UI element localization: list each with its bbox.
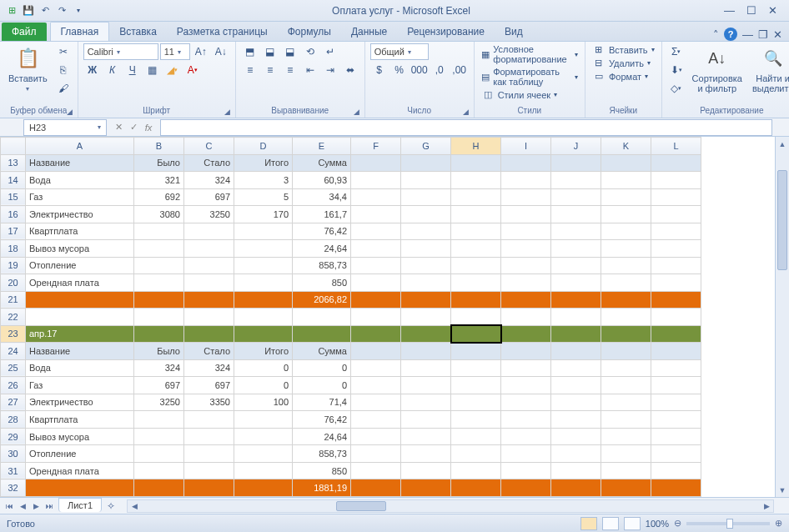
scroll-left-icon[interactable]: ◀ xyxy=(128,500,141,512)
cell-I17[interactable] xyxy=(501,223,551,240)
row-header-16[interactable]: 16 xyxy=(1,206,26,223)
increase-decimal-button[interactable]: ,0 xyxy=(430,62,449,78)
scroll-up-icon[interactable]: ▲ xyxy=(776,137,789,151)
align-right-button[interactable]: ≡ xyxy=(281,62,299,78)
col-header-J[interactable]: J xyxy=(551,138,601,155)
cell-A21[interactable] xyxy=(26,291,134,309)
currency-button[interactable]: $ xyxy=(370,62,389,78)
cell-G27[interactable] xyxy=(401,394,451,411)
cell-E28[interactable]: 76,42 xyxy=(293,411,351,429)
cell-E29[interactable]: 24,64 xyxy=(293,428,351,445)
row-header-19[interactable]: 19 xyxy=(1,257,26,274)
cell-K17[interactable] xyxy=(601,223,651,240)
row-header-28[interactable]: 28 xyxy=(1,411,26,429)
cell-styles-button[interactable]: ◫Стили ячеек▾ xyxy=(480,88,559,101)
cell-J27[interactable] xyxy=(551,394,601,411)
cell-J15[interactable] xyxy=(551,188,601,206)
cell-C13[interactable]: Стало xyxy=(184,154,234,172)
sort-filter-button[interactable]: A↓ Сортировка и фильтр xyxy=(689,43,746,95)
cell-K26[interactable] xyxy=(601,377,651,394)
find-select-button[interactable]: 🔍 Найти и выделить xyxy=(749,43,789,95)
cell-B30[interactable] xyxy=(134,445,184,463)
cell-F16[interactable] xyxy=(351,206,401,223)
cell-G23[interactable] xyxy=(401,325,451,343)
minimize-button[interactable]: — xyxy=(724,4,735,17)
col-header-C[interactable]: C xyxy=(184,138,234,155)
cell-C14[interactable]: 324 xyxy=(184,172,234,189)
ribbon-tab-6[interactable]: Вид xyxy=(495,23,533,41)
cell-J16[interactable] xyxy=(551,206,601,223)
cell-L27[interactable] xyxy=(651,394,701,411)
cell-L19[interactable] xyxy=(651,257,701,274)
cell-I18[interactable] xyxy=(501,240,551,258)
cell-D27[interactable]: 100 xyxy=(234,394,293,411)
cell-B21[interactable] xyxy=(134,291,184,309)
cell-L25[interactable] xyxy=(651,359,701,377)
cell-A23[interactable]: апр.17 xyxy=(26,325,134,343)
cell-H14[interactable] xyxy=(451,172,501,189)
cell-B13[interactable]: Было xyxy=(134,154,184,172)
cell-F32[interactable] xyxy=(351,479,401,497)
comma-button[interactable]: 000 xyxy=(410,62,429,78)
cell-D26[interactable]: 0 xyxy=(234,377,293,394)
cell-G24[interactable] xyxy=(401,343,451,360)
cell-K29[interactable] xyxy=(601,428,651,445)
cut-button[interactable]: ✂ xyxy=(54,43,73,60)
ribbon-tab-3[interactable]: Формулы xyxy=(278,23,341,41)
cell-L28[interactable] xyxy=(651,411,701,429)
vertical-scrollbar[interactable]: ▲ ▼ xyxy=(775,137,789,497)
conditional-formatting-button[interactable]: ▦Условное форматирование▾ xyxy=(480,43,580,65)
row-header-18[interactable]: 18 xyxy=(1,240,26,258)
cell-I28[interactable] xyxy=(501,411,551,429)
cell-J14[interactable] xyxy=(551,172,601,189)
cell-I23[interactable] xyxy=(501,325,551,343)
horizontal-scrollbar[interactable]: ◀ ▶ xyxy=(127,499,774,513)
cell-C27[interactable]: 3350 xyxy=(184,394,234,411)
cell-L32[interactable] xyxy=(651,479,701,497)
cell-H15[interactable] xyxy=(451,188,501,206)
cell-F30[interactable] xyxy=(351,445,401,463)
cell-A22[interactable] xyxy=(26,309,134,326)
cell-D28[interactable] xyxy=(234,411,293,429)
align-center-button[interactable]: ≡ xyxy=(261,62,279,78)
cell-G30[interactable] xyxy=(401,445,451,463)
sheet-nav-prev-icon[interactable]: ◀ xyxy=(17,502,28,510)
cell-D13[interactable]: Итого xyxy=(234,154,293,172)
autosum-button[interactable]: Σ▾ xyxy=(667,43,686,60)
cell-F25[interactable] xyxy=(351,359,401,377)
fill-button[interactable]: ⬇▾ xyxy=(667,62,686,78)
cell-I25[interactable] xyxy=(501,359,551,377)
enter-formula-icon[interactable]: ✓ xyxy=(127,122,140,133)
increase-indent-button[interactable]: ⇥ xyxy=(321,62,339,78)
cell-A18[interactable]: Вывоз мусора xyxy=(26,240,134,258)
cell-C18[interactable] xyxy=(184,240,234,258)
ribbon-tab-0[interactable]: Главная xyxy=(50,22,110,41)
cell-L30[interactable] xyxy=(651,445,701,463)
cell-L15[interactable] xyxy=(651,188,701,206)
cell-G15[interactable] xyxy=(401,188,451,206)
cell-B22[interactable] xyxy=(134,309,184,326)
cell-K25[interactable] xyxy=(601,359,651,377)
cell-D19[interactable] xyxy=(234,257,293,274)
percent-button[interactable]: % xyxy=(390,62,409,78)
col-header-D[interactable]: D xyxy=(234,138,293,155)
cell-F28[interactable] xyxy=(351,411,401,429)
cell-A27[interactable]: Электричество xyxy=(26,394,134,411)
cell-I15[interactable] xyxy=(501,188,551,206)
paste-button[interactable]: 📋 Вставить ▾ xyxy=(5,43,51,94)
ribbon-tab-4[interactable]: Данные xyxy=(341,23,397,41)
font-size-combo[interactable]: 11▾ xyxy=(160,43,190,60)
cell-F29[interactable] xyxy=(351,428,401,445)
cell-B28[interactable] xyxy=(134,411,184,429)
cell-K31[interactable] xyxy=(601,462,651,479)
cell-L21[interactable] xyxy=(651,291,701,309)
cell-J28[interactable] xyxy=(551,411,601,429)
cell-I13[interactable] xyxy=(501,154,551,172)
row-header-31[interactable]: 31 xyxy=(1,462,26,479)
zoom-out-icon[interactable]: ⊖ xyxy=(674,518,681,529)
merge-button[interactable]: ⬌ xyxy=(341,62,359,78)
cell-H21[interactable] xyxy=(451,291,501,309)
row-header-32[interactable]: 32 xyxy=(1,479,26,497)
cell-J18[interactable] xyxy=(551,240,601,258)
cell-H17[interactable] xyxy=(451,223,501,240)
